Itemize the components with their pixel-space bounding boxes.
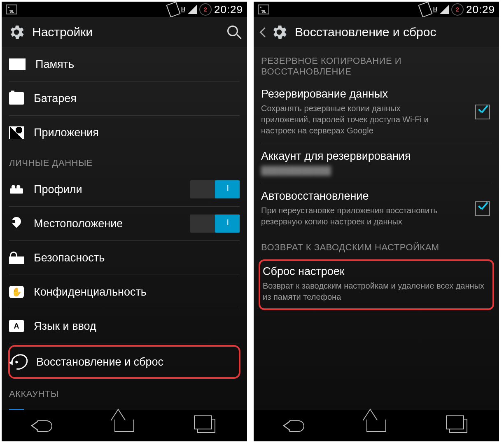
row-google-account[interactable]: g Google <box>2 403 247 410</box>
google-icon: g <box>9 409 24 410</box>
row-label: Язык и ввод <box>34 320 240 333</box>
memory-icon <box>9 58 26 70</box>
nav-back-button[interactable] <box>278 416 311 436</box>
row-battery[interactable]: Батарея <box>2 82 247 115</box>
row-label: Память <box>35 58 240 71</box>
row-profiles[interactable]: Профили <box>2 173 247 206</box>
clock: 20:29 <box>214 3 243 16</box>
vibrate-icon <box>418 2 432 17</box>
row-location[interactable]: Местоположение <box>2 207 247 240</box>
pref-title: Автовосстановление <box>261 190 492 203</box>
svg-rect-3 <box>12 185 15 187</box>
profiles-icon <box>9 184 24 195</box>
toggle-location[interactable] <box>190 215 240 233</box>
privacy-icon: ✋ <box>9 286 24 298</box>
row-label: Google <box>34 410 240 410</box>
row-security[interactable]: Безопасность <box>2 241 247 275</box>
settings-list[interactable]: Память Батарея Приложения ЛИЧНЫЕ ДАННЫЕ … <box>2 47 247 410</box>
page-title: Настройки <box>32 25 220 39</box>
battery-icon: 2 <box>199 3 212 16</box>
nav-recent-button[interactable] <box>442 416 475 436</box>
status-bar: H 2 20:29 <box>2 2 247 17</box>
screenshot-notification-icon <box>6 5 17 14</box>
category-factory-reset: ВОЗВРАТ К ЗАВОДСКИМ НАСТРОЙКАМ <box>254 234 499 257</box>
nav-bar <box>254 410 499 441</box>
screenshot-settings-main: H 2 20:29 Настройки Память Батарея <box>2 2 247 441</box>
checkbox-autorestore[interactable] <box>475 201 490 216</box>
vibrate-icon <box>166 2 180 17</box>
reset-icon <box>8 351 30 373</box>
row-label: Батарея <box>34 92 240 105</box>
nav-home-button[interactable] <box>108 416 141 436</box>
page-title: Восстановление и сброс <box>295 25 493 39</box>
row-label: Профили <box>34 183 180 196</box>
clock: 20:29 <box>466 3 495 16</box>
row-backup-data[interactable]: Резервирование данных Сохранять резервны… <box>254 81 499 143</box>
settings-gear-icon[interactable] <box>270 23 288 41</box>
pref-title: Резервирование данных <box>261 88 492 100</box>
signal-icon <box>440 5 449 14</box>
row-language[interactable]: A Язык и ввод <box>2 309 247 343</box>
row-auto-restore[interactable]: Автовосстановление При переустановке при… <box>254 183 499 234</box>
highlight-reset: Восстановление и сброс <box>8 345 240 379</box>
checkbox-backup[interactable] <box>475 105 490 119</box>
backup-reset-list[interactable]: РЕЗЕРВНОЕ КОПИРОВАНИЕ И ВОССТАНОВЛЕНИЕ Р… <box>254 47 499 410</box>
action-bar: Настройки <box>2 17 247 47</box>
screenshot-backup-reset: H 2 20:29 Восстановление и сброс РЕЗЕРВН… <box>254 2 499 441</box>
category-accounts: АККАУНТЫ <box>2 380 247 403</box>
language-icon: A <box>9 320 24 332</box>
row-factory-reset[interactable]: Сброс настроек Возврат к заводским настр… <box>263 265 490 303</box>
row-backup-reset[interactable]: Восстановление и сброс <box>10 347 239 377</box>
lock-icon <box>9 256 24 264</box>
row-label: Восстановление и сброс <box>36 356 238 368</box>
nav-back-button[interactable] <box>26 416 59 436</box>
row-label: Приложения <box>34 126 240 139</box>
settings-gear-icon <box>7 23 26 41</box>
apps-icon <box>9 126 24 139</box>
signal-icon <box>188 5 197 14</box>
pref-summary: При переустановке приложения восстановит… <box>261 205 450 227</box>
battery-list-icon <box>9 92 24 105</box>
network-type-icon: H <box>433 7 437 12</box>
nav-home-button[interactable] <box>360 416 393 436</box>
nav-recent-button[interactable] <box>190 416 223 436</box>
network-type-icon: H <box>181 7 185 12</box>
svg-rect-4 <box>17 185 20 187</box>
row-apps[interactable]: Приложения <box>2 116 247 149</box>
divider <box>9 343 240 343</box>
row-label: Конфиденциальность <box>34 286 240 298</box>
row-memory[interactable]: Память <box>2 47 247 81</box>
highlight-factory-reset: Сброс настроек Возврат к заводским настр… <box>259 259 494 310</box>
nav-bar <box>2 410 247 441</box>
row-label: Безопасность <box>34 252 240 264</box>
pref-title: Сброс настроек <box>263 265 490 278</box>
up-button-icon[interactable] <box>259 26 266 38</box>
row-privacy[interactable]: ✋ Конфиденциальность <box>2 275 247 309</box>
category-personal: ЛИЧНЫЕ ДАННЫЕ <box>2 149 247 173</box>
pref-summary: ████████████ <box>261 165 450 176</box>
battery-icon: 2 <box>451 3 464 16</box>
pref-summary: Возврат к заводским настройкам и удалени… <box>263 280 490 303</box>
row-backup-account[interactable]: Аккаунт для резервирования ████████████ <box>254 143 499 183</box>
search-icon[interactable] <box>226 25 241 40</box>
svg-rect-0 <box>10 188 23 194</box>
screenshot-notification-icon <box>258 5 269 14</box>
category-backup-restore: РЕЗЕРВНОЕ КОПИРОВАНИЕ И ВОССТАНОВЛЕНИЕ <box>254 47 499 81</box>
pref-summary: Сохранять резервные копии данных приложе… <box>261 103 450 136</box>
pref-title: Аккаунт для резервирования <box>261 150 492 163</box>
status-bar: H 2 20:29 <box>254 2 499 17</box>
action-bar: Восстановление и сброс <box>254 17 499 47</box>
location-icon <box>9 217 24 230</box>
row-label: Местоположение <box>34 217 180 230</box>
toggle-profiles[interactable] <box>190 180 240 198</box>
